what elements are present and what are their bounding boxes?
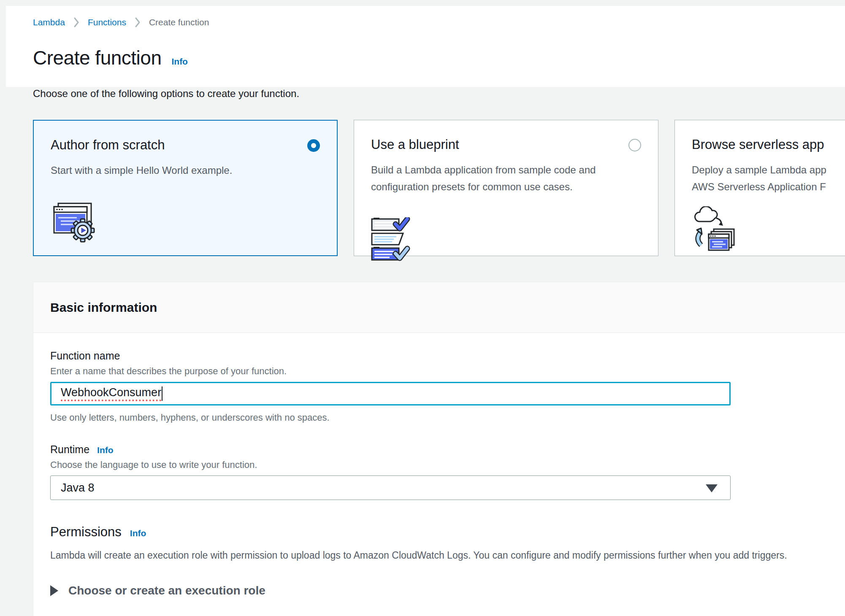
- dropdown-arrow-icon: [706, 484, 718, 492]
- function-name-label: Function name: [50, 350, 120, 362]
- radio-unselected[interactable]: [628, 139, 641, 151]
- runtime-label: Runtime: [50, 443, 89, 456]
- chevron-right-icon: [73, 17, 79, 28]
- card-description: Build a Lambda application from sample c…: [371, 162, 641, 195]
- function-name-input[interactable]: WebhookConsumer: [50, 382, 731, 405]
- function-name-helper: Enter a name that describes the purpose …: [50, 366, 834, 377]
- function-name-value: WebhookConsumer: [61, 386, 161, 401]
- blueprint-checklist-icon: [371, 217, 641, 265]
- creation-option-cards: Author from scratch Start with a simple …: [33, 120, 845, 256]
- breadcrumb: Lambda Functions Create function: [33, 17, 209, 28]
- breadcrumb-create-function: Create function: [149, 17, 209, 27]
- breadcrumb-functions[interactable]: Functions: [88, 17, 126, 27]
- execution-role-expander[interactable]: Choose or create an execution role: [50, 584, 834, 597]
- basic-information-panel: Basic information Function name Enter a …: [33, 282, 845, 616]
- panel-header: Basic information: [33, 282, 845, 333]
- card-browse-serverless-app[interactable]: Browse serverless app Deploy a sample La…: [674, 120, 845, 256]
- title-info-link[interactable]: Info: [171, 57, 187, 67]
- card-title: Use a blueprint: [371, 137, 641, 152]
- page-subtitle: Choose one of the following options to c…: [33, 88, 299, 100]
- expander-triangle-icon: [50, 585, 58, 596]
- runtime-select[interactable]: Java 8: [50, 476, 731, 500]
- breadcrumb-lambda[interactable]: Lambda: [33, 17, 65, 27]
- card-use-a-blueprint[interactable]: Use a blueprint Build a Lambda applicati…: [354, 120, 658, 256]
- text-caret: [162, 386, 162, 401]
- cloud-deploy-icon: [692, 206, 845, 255]
- card-title: Author from scratch: [51, 138, 320, 153]
- page-title: Create function: [33, 46, 161, 69]
- runtime-selected-value: Java 8: [61, 481, 95, 494]
- card-author-from-scratch[interactable]: Author from scratch Start with a simple …: [33, 120, 338, 256]
- runtime-helper: Choose the language to use to write your…: [50, 459, 834, 470]
- card-description: Start with a simple Hello World example.: [51, 162, 320, 179]
- radio-selected[interactable]: [307, 139, 320, 152]
- permissions-heading: Permissions: [50, 524, 122, 540]
- chevron-right-icon: [135, 17, 141, 28]
- panel-title: Basic information: [50, 300, 157, 315]
- card-title: Browse serverless app: [692, 137, 845, 152]
- function-name-hint: Use only letters, numbers, hyphens, or u…: [50, 412, 834, 423]
- page-header: Lambda Functions Create function Create …: [6, 6, 845, 87]
- app-window-gear-icon: [51, 201, 320, 245]
- card-description: Deploy a sample Lambda app AWS Serverles…: [692, 162, 845, 195]
- runtime-info-link[interactable]: Info: [97, 445, 113, 455]
- permissions-description: Lambda will create an execution role wit…: [50, 550, 834, 561]
- permissions-info-link[interactable]: Info: [130, 528, 146, 538]
- expander-label: Choose or create an execution role: [68, 584, 265, 597]
